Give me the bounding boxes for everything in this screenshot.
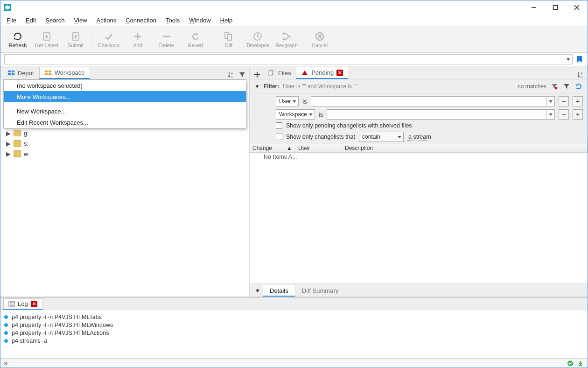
col-description[interactable]: Description — [342, 143, 588, 152]
col-user[interactable]: User — [295, 143, 342, 152]
tab-diff-summary[interactable]: Diff Summary — [295, 285, 345, 297]
menu-window[interactable]: Window — [185, 16, 215, 25]
filter-is-label: is — [319, 111, 323, 118]
workspace-selector-dropdown[interactable]: (no workspace selected) More Workspaces.… — [3, 79, 246, 128]
toolbar-separator — [92, 30, 92, 49]
log-tabs: Log ✕ — [0, 298, 588, 310]
expander-icon[interactable]: ▶ — [6, 150, 11, 157]
address-input[interactable] — [5, 55, 564, 64]
folder-icon — [14, 150, 21, 157]
tab-log[interactable]: Log ✕ — [3, 298, 42, 310]
svg-point-15 — [283, 33, 285, 35]
menu-view[interactable]: View — [70, 16, 91, 25]
shelved-checkbox[interactable] — [276, 122, 282, 129]
menu-file[interactable]: File — [2, 16, 21, 25]
workspace-tree[interactable]: (no workspace selected) More Workspaces.… — [0, 79, 249, 297]
address-bar — [0, 53, 588, 66]
workspace-option-new[interactable]: New Workspace... — [4, 106, 246, 117]
filter-bar: ▼ Filter: User is "" and Workspace is ""… — [250, 79, 588, 93]
workspace-option-more[interactable]: More Workspaces... — [4, 91, 246, 102]
filter-workspace-value[interactable] — [327, 109, 555, 120]
toolbar-diff: Diff — [214, 27, 243, 51]
add-filter-button[interactable]: + — [573, 96, 583, 106]
tree-item[interactable]: ▶w: — [0, 149, 249, 159]
sort-icon[interactable]: AZ — [227, 71, 235, 79]
close-log-icon[interactable]: ✕ — [31, 301, 37, 307]
workspace-option-edit[interactable]: Edit Recent Workspaces... — [4, 117, 246, 128]
menu-bar: File Edit Search View Actions Connection… — [0, 14, 588, 26]
expand-details-icon[interactable] — [252, 284, 263, 297]
tab-workspace[interactable]: Workspace — [39, 67, 90, 79]
address-dropdown-button[interactable] — [564, 55, 572, 64]
tab-depot[interactable]: Depot — [2, 67, 39, 79]
log-line: p4 streams -a — [4, 337, 584, 345]
tree-item[interactable]: ▶s: — [0, 138, 249, 149]
remove-filter-button[interactable]: − — [559, 96, 569, 106]
col-change[interactable]: Change▲ — [250, 143, 295, 152]
svg-marker-35 — [302, 71, 308, 75]
menu-help[interactable]: Help — [216, 16, 237, 25]
svg-rect-26 — [49, 71, 51, 72]
grid-empty-text: No Items A... — [252, 154, 585, 160]
svg-rect-21 — [8, 71, 11, 72]
shelved-label: Show only pending changelists with shelv… — [286, 122, 412, 129]
expander-icon[interactable]: ▶ — [6, 140, 11, 147]
tab-details[interactable]: Details — [263, 285, 295, 297]
minimize-button[interactable] — [523, 0, 545, 14]
status-download-icon[interactable] — [577, 360, 584, 367]
filter-summary: User is "" and Workspace is "" — [283, 83, 357, 90]
toolbar-submit: Submit — [61, 27, 90, 51]
log-line: p4 property -l -n P4VJS.HTMLTabs — [4, 313, 584, 321]
menu-connection[interactable]: Connection — [121, 16, 161, 25]
filter-icon[interactable] — [238, 71, 246, 79]
filter-field-workspace[interactable]: Workspace — [276, 109, 315, 120]
filter-user-value[interactable] — [311, 96, 555, 106]
stream-prefix-label: Show only changelists that — [286, 134, 355, 140]
menu-tools[interactable]: Tools — [161, 16, 184, 25]
stream-contain-select[interactable]: contain — [359, 132, 404, 142]
svg-rect-13 — [228, 35, 231, 40]
stream-suffix-label: a stream — [407, 134, 432, 141]
grid-body: No Items A... — [250, 153, 588, 283]
tab-pending[interactable]: Pending ✕ — [296, 67, 348, 79]
clear-filter-icon[interactable] — [550, 82, 559, 91]
main-toolbar: RefreshGet LatestSubmitCheckoutAddDelete… — [0, 26, 588, 53]
refresh-icon[interactable] — [574, 82, 583, 91]
menu-search[interactable]: Search — [41, 16, 69, 25]
svg-rect-27 — [45, 73, 48, 75]
tab-workspace-label: Workspace — [55, 69, 85, 76]
toolbar-refresh[interactable]: Refresh — [3, 27, 32, 51]
workspace-option-none[interactable]: (no workspace selected) — [4, 80, 246, 91]
expander-icon[interactable]: ▶ — [6, 130, 11, 137]
stream-checkbox[interactable] — [276, 134, 282, 140]
maximize-button[interactable] — [545, 0, 566, 14]
workspace-icon — [44, 69, 52, 77]
address-combo[interactable] — [4, 54, 573, 64]
log-line: p4 property -l -n P4VJS.HTMLWindows — [4, 321, 584, 329]
log-bullet-icon — [4, 339, 8, 343]
sort-icon[interactable]: AZ — [576, 71, 585, 79]
tree-item-label: w: — [24, 150, 30, 157]
folder-icon — [14, 130, 21, 136]
log-body[interactable]: p4 property -l -n P4VJS.HTMLTabsp4 prope… — [0, 310, 588, 358]
toolbar-revgraph: Revgraph — [272, 27, 301, 51]
close-button[interactable] — [566, 0, 588, 14]
menu-edit[interactable]: Edit — [21, 16, 40, 25]
right-pane: Files Pending ✕ AZ ▼ Filter: User is "" … — [250, 66, 588, 297]
remove-filter-button[interactable]: − — [559, 109, 569, 120]
menu-actions[interactable]: Actions — [92, 16, 121, 25]
svg-text:A: A — [231, 72, 233, 75]
status-bar: s: — [0, 358, 588, 368]
add-filter-button[interactable]: + — [573, 109, 583, 120]
add-tab-icon[interactable] — [252, 71, 263, 79]
toolbar-delete: Delete — [152, 27, 181, 51]
log-icon — [8, 301, 15, 307]
bookmark-icon[interactable] — [575, 55, 584, 64]
filter-icon[interactable] — [562, 82, 571, 91]
filter-collapse-icon[interactable]: ▼ — [254, 83, 260, 90]
tree-item[interactable]: ▶g: — [0, 128, 249, 138]
tab-files[interactable]: Files — [263, 67, 296, 79]
filter-field-user[interactable]: User — [276, 96, 299, 106]
close-tab-icon[interactable]: ✕ — [336, 70, 343, 76]
detail-tabs: Details Diff Summary — [250, 283, 588, 297]
